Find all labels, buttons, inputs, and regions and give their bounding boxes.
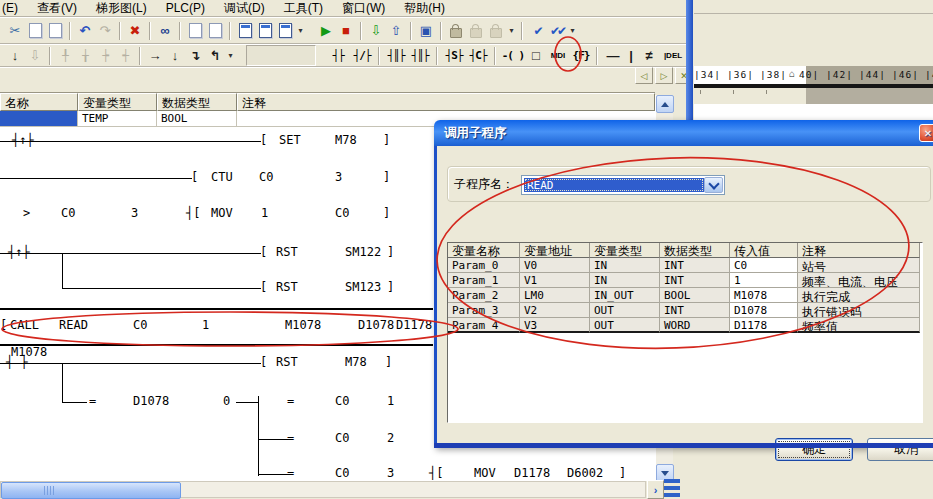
horizontal-scroll-thumb[interactable]	[1, 482, 181, 499]
stop-icon[interactable]: ■	[336, 21, 356, 41]
tab-prev-button[interactable]: ◁	[635, 67, 653, 84]
paste-icon[interactable]	[45, 21, 65, 41]
vertical-line-icon[interactable]: |	[624, 46, 638, 66]
grid-header-row: 变量名称变量地址变量类型数据类型传入值注释	[448, 243, 922, 258]
close-icon[interactable]: ✕	[919, 124, 933, 142]
unlock-icon[interactable]	[466, 21, 486, 41]
line-down-right-icon[interactable]: ↴	[185, 46, 205, 66]
contact-falling-icon[interactable]: ┤║├	[408, 46, 432, 66]
menu-item-4[interactable]: 调试(D)	[224, 0, 265, 17]
tab-next-button[interactable]: ▷	[655, 67, 673, 84]
window-layout-full-icon[interactable]	[235, 21, 255, 41]
contact-nc-icon[interactable]: ┤/├	[350, 46, 374, 66]
print-icon[interactable]	[205, 21, 225, 41]
delete-icon[interactable]: ✖	[125, 21, 145, 41]
menu-item-0[interactable]: (E)	[2, 1, 18, 15]
contact-rising-icon[interactable]: ┤║├	[384, 46, 408, 66]
grid-row-4: Param_4V3OUTWORDD1178频率值	[448, 318, 922, 333]
grid-cell: INT	[660, 303, 730, 318]
scroll-right-button[interactable]: ›	[647, 480, 664, 499]
upload-icon[interactable]: ⇧	[386, 21, 406, 41]
menu-item-6[interactable]: 窗口(W)	[342, 0, 385, 17]
menu-item-2[interactable]: 梯形图(L)	[96, 0, 147, 17]
run-icon[interactable]: ▶	[316, 21, 336, 41]
horizontal-line-icon[interactable]: —	[602, 46, 624, 66]
menu-item-7[interactable]: 帮助(H)	[404, 0, 445, 17]
grid-value-cell[interactable]: D1078	[730, 303, 798, 318]
grid-value-cell[interactable]: D1178	[730, 318, 798, 333]
dialog-title-bar[interactable]: 调用子程序 ✕	[434, 120, 933, 146]
slash-line-icon[interactable]: ≠	[638, 46, 660, 66]
window-layout-split-icon[interactable]	[255, 21, 275, 41]
ladder-token: 2	[387, 431, 394, 446]
subroutine-name-combobox[interactable]: READ	[521, 175, 725, 195]
ok-button[interactable]: 确定	[775, 438, 853, 461]
menu-item-5[interactable]: 工具(T)	[284, 0, 323, 17]
coil-reset-icon[interactable]: ┤C├	[466, 46, 490, 66]
grid-value-cell[interactable]: C0	[730, 258, 798, 273]
mdi-icon[interactable]: MDI	[546, 46, 570, 66]
delete-line-icon[interactable]: |DEL	[660, 46, 686, 66]
grid-value-cell[interactable]: M1078	[730, 288, 798, 303]
insert-row-down-icon[interactable]: ↓	[5, 46, 25, 66]
download-icon[interactable]: ⇩	[366, 21, 386, 41]
compile-dropdown[interactable]: ▾	[567, 21, 578, 41]
window-layout-dropdown[interactable]: ▾	[295, 21, 306, 41]
ruler-cursor-marker[interactable]: ⌂	[789, 68, 795, 80]
copy-icon[interactable]	[25, 21, 45, 41]
ladder-wire	[62, 363, 63, 403]
combobox-selected-value[interactable]: READ	[524, 178, 704, 192]
line-dropdown[interactable]: ▾	[225, 46, 236, 66]
junction-up-icon[interactable]: ╀	[55, 46, 75, 66]
print-preview-icon[interactable]	[185, 21, 205, 41]
undo-icon[interactable]: ↶	[75, 21, 95, 41]
horizontal-scrollbar[interactable]	[0, 481, 646, 498]
junction-left-icon[interactable]: ┽	[115, 46, 135, 66]
variable-type-cell[interactable]: TEMP	[78, 111, 157, 127]
compile-all-icon[interactable]: ✔✔	[547, 21, 567, 41]
compile-icon[interactable]: ✔	[527, 21, 547, 41]
grid-row-2: Param_2LM0IN_OUTBOOLM1078执行完成	[448, 288, 922, 303]
ladder-token: SET	[279, 133, 301, 148]
resize-grip[interactable]	[664, 479, 680, 498]
variable-table-header-1[interactable]: 变量类型	[78, 93, 157, 111]
menu-item-1[interactable]: 查看(V)	[37, 0, 77, 17]
lock-icon[interactable]	[446, 21, 466, 41]
lock-dropdown[interactable]: ▾	[506, 21, 517, 41]
coil-set-icon[interactable]: ┤S├	[442, 46, 466, 66]
window-layout-horizontal-icon[interactable]	[275, 21, 295, 41]
line-down-icon[interactable]: ↓	[165, 46, 185, 66]
ladder-token: C0	[133, 318, 147, 333]
grid-value-cell[interactable]: 1	[730, 273, 798, 288]
find-icon[interactable]: ∞	[155, 21, 175, 41]
monitor-icon[interactable]: ▣	[416, 21, 436, 41]
redo-icon[interactable]: ↷	[95, 21, 115, 41]
scroll-up-button[interactable]	[656, 95, 674, 113]
ladder-token: ┤ ├	[6, 355, 28, 370]
lock-partial-icon[interactable]	[486, 21, 506, 41]
box-instruction-icon[interactable]: □	[526, 46, 546, 66]
grid-header-0: 变量名称	[448, 243, 520, 258]
junction-right-icon[interactable]: ┾	[95, 46, 115, 66]
chevron-down-icon[interactable]	[704, 177, 723, 193]
line-up-right-icon[interactable]: ↰	[205, 46, 225, 66]
variable-table-header-2[interactable]: 数据类型	[157, 93, 237, 111]
variable-table-header-0[interactable]: 名称	[0, 93, 78, 111]
contact-no-icon[interactable]: ┤├	[326, 46, 350, 66]
data-type-cell[interactable]: BOOL	[157, 111, 237, 127]
function-icon[interactable]: {F}	[570, 46, 592, 66]
ladder-token: D1178	[396, 318, 432, 333]
ladder-token: D6002	[567, 466, 603, 481]
grid-cell: V2	[520, 303, 590, 318]
junction-down-icon[interactable]: ╁	[75, 46, 95, 66]
cancel-button[interactable]: 取消	[867, 438, 933, 461]
ladder-token: CALL	[10, 318, 39, 333]
cut-icon[interactable]: ✂	[5, 21, 25, 41]
menu-item-3[interactable]: PLC(P)	[166, 1, 205, 15]
variable-table-header-3[interactable]: 注释	[237, 93, 655, 111]
line-right-icon[interactable]: →	[145, 46, 165, 66]
insert-row-down-alt-icon[interactable]: ⇩	[25, 46, 45, 66]
coil-output-icon[interactable]: -( )	[500, 46, 526, 66]
variable-name-cell[interactable]	[0, 111, 78, 127]
ladder-token: =	[287, 394, 294, 409]
